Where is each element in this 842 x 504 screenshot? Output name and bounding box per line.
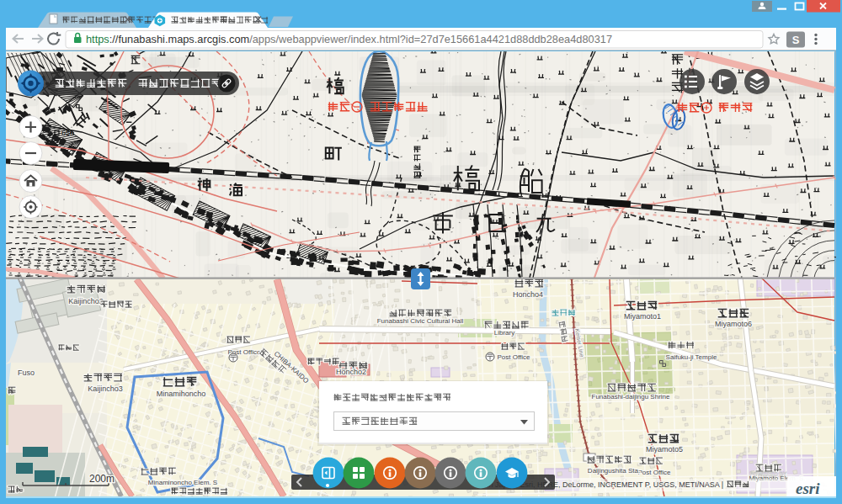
svg-text:Funabashi-daijingu Shrine: Funabashi-daijingu Shrine: [592, 393, 671, 401]
svg-text:esri: esri: [796, 480, 820, 496]
svg-text:Minamihoncho: Minamihoncho: [157, 390, 206, 398]
svg-text:Library: Library: [494, 329, 514, 337]
svg-text:Miyamoto1: Miyamoto1: [624, 312, 661, 321]
svg-text:Miyamoto6: Miyamoto6: [715, 320, 752, 328]
svg-text:Honcho4: Honcho4: [513, 290, 543, 299]
svg-text:Post Office: Post Office: [638, 469, 672, 476]
svg-text:Post Office: Post Office: [498, 353, 531, 361]
svg-text:Kaijincho2: Kaijincho2: [68, 297, 104, 305]
svg-text:Miyamoto5: Miyamoto5: [646, 445, 683, 454]
svg-text:POWERED BY: POWERED BY: [749, 471, 787, 477]
svg-text:Honcho2: Honcho2: [336, 368, 366, 376]
svg-text:Daijingushita Sta.: Daijingushita Sta.: [588, 467, 640, 475]
svg-text:Minaminoncho Elem. S: Minaminoncho Elem. S: [148, 479, 217, 486]
svg-text:656: 656: [61, 129, 74, 137]
svg-text:S: S: [792, 34, 800, 46]
svg-text:https://funabashi.maps.arcgis.: https://funabashi.maps.arcgis.com/apps/w…: [86, 33, 612, 45]
svg-text:200m: 200m: [89, 473, 115, 485]
svg-text:Fuso: Fuso: [18, 369, 35, 377]
svg-text:Saifuku-ji Temple: Saifuku-ji Temple: [666, 353, 717, 361]
svg-text:Funabashi Civic Cultural Hall: Funabashi Civic Cultural Hall: [377, 317, 464, 325]
svg-text:Kaijincho3: Kaijincho3: [88, 385, 123, 393]
